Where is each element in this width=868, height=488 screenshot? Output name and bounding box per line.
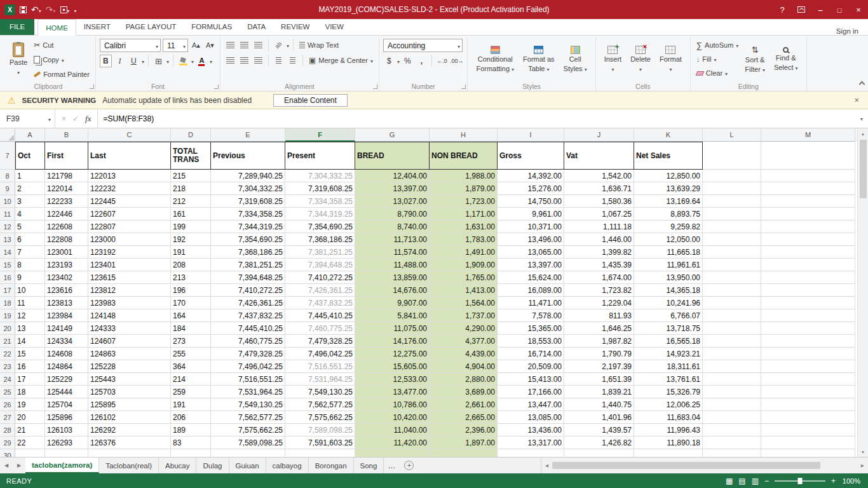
undo-dropdown-icon[interactable] <box>39 6 41 14</box>
cell-G13[interactable]: 11,713.00 <box>355 233 430 246</box>
orientation-button[interactable] <box>273 39 285 51</box>
cell-C17[interactable]: 123812 <box>88 284 171 297</box>
name-box-dropdown-icon[interactable] <box>48 114 55 123</box>
more-sheets-icon[interactable] <box>384 461 399 470</box>
font-color-dropdown-icon[interactable] <box>210 57 212 65</box>
cell-C19[interactable]: 124148 <box>88 309 171 322</box>
zoom-out-button[interactable] <box>764 477 769 485</box>
grow-font-button[interactable] <box>190 39 202 52</box>
cell-B21[interactable]: 124334 <box>45 335 88 348</box>
column-header-G[interactable]: G <box>355 128 430 142</box>
cell-D20[interactable]: 184 <box>171 322 211 335</box>
cell-L28[interactable] <box>703 424 761 437</box>
clipboard-dialog-launcher[interactable] <box>90 85 94 89</box>
column-header-C[interactable]: C <box>88 128 171 142</box>
cell-I28[interactable]: 13,436.00 <box>498 424 564 437</box>
font-color-button[interactable]: A <box>196 55 208 67</box>
cell-F29[interactable]: 7,591,603.25 <box>285 437 355 449</box>
row-header-25[interactable]: 25 <box>0 386 15 398</box>
cell-I26[interactable]: 13,447.00 <box>498 398 564 411</box>
cell-A8[interactable]: 1 <box>15 170 45 182</box>
align-middle-button[interactable] <box>238 39 250 51</box>
underline-button[interactable] <box>128 55 140 67</box>
cell-E30[interactable] <box>211 449 285 457</box>
bold-button[interactable] <box>100 55 112 67</box>
cell-H12[interactable]: 1,631.00 <box>430 220 498 233</box>
cell-F20[interactable]: 7,460,775.25 <box>285 322 355 335</box>
row-header-26[interactable]: 26 <box>0 398 15 411</box>
fill-button[interactable]: Fill <box>695 53 741 65</box>
normal-view-button[interactable] <box>726 477 733 485</box>
cell-F10[interactable]: 7,334,358.25 <box>285 195 355 208</box>
cell-F27[interactable]: 7,575,662.25 <box>285 411 355 424</box>
collapse-ribbon-button[interactable] <box>860 79 864 88</box>
cell-C30[interactable] <box>88 449 171 457</box>
cell-G15[interactable]: 11,488.00 <box>355 259 430 271</box>
row-header-8[interactable]: 8 <box>0 170 15 182</box>
previous-sheet-icon[interactable] <box>0 458 13 473</box>
font-name-select[interactable]: Calibri <box>100 39 161 52</box>
cell-M22[interactable] <box>761 348 855 360</box>
cell-A13[interactable]: 6 <box>15 233 45 246</box>
cell-E15[interactable]: 7,381,251.25 <box>211 259 285 271</box>
cell-A15[interactable]: 8 <box>15 259 45 271</box>
cell-A19[interactable]: 12 <box>15 309 45 322</box>
row-header-15[interactable]: 15 <box>0 259 15 271</box>
cell-C25[interactable]: 125703 <box>88 386 171 398</box>
cell-L25[interactable] <box>703 386 761 398</box>
cell-J23[interactable]: 2,197.39 <box>564 360 634 373</box>
column-header-H[interactable]: H <box>430 128 498 142</box>
row-header-29[interactable]: 29 <box>0 437 15 449</box>
format-as-table-button[interactable]: Format as Table <box>519 39 559 81</box>
cell-M14[interactable] <box>761 246 855 259</box>
cell-I24[interactable]: 15,413.00 <box>498 373 564 386</box>
cell-C22[interactable]: 124863 <box>88 348 171 360</box>
cell-K9[interactable]: 13,639.29 <box>634 182 703 195</box>
cell-F17[interactable]: 7,426,361.25 <box>285 284 355 297</box>
cell-J24[interactable]: 1,651.39 <box>564 373 634 386</box>
row-header-9[interactable]: 9 <box>0 182 15 195</box>
cell-J9[interactable]: 1,636.71 <box>564 182 634 195</box>
cell-M8[interactable] <box>761 170 855 182</box>
row-header-13[interactable]: 13 <box>0 233 15 246</box>
decrease-indent-button[interactable] <box>273 54 285 67</box>
cell-F9[interactable]: 7,319,608.25 <box>285 182 355 195</box>
row-header-23[interactable]: 23 <box>0 360 15 373</box>
cell-A27[interactable]: 20 <box>15 411 45 424</box>
customize-qat-button[interactable] <box>74 6 77 14</box>
format-cells-button[interactable]: Format <box>655 39 686 81</box>
cell-B14[interactable]: 123001 <box>45 246 88 259</box>
cell-G17[interactable]: 14,676.00 <box>355 284 430 297</box>
alignment-dialog-launcher[interactable] <box>373 85 377 89</box>
cell-G18[interactable]: 9,907.00 <box>355 297 430 309</box>
cell-K13[interactable]: 12,050.00 <box>634 233 703 246</box>
cell-B10[interactable]: 122233 <box>45 195 88 208</box>
cell-L16[interactable] <box>703 271 761 284</box>
copy-button[interactable]: Copy <box>32 53 92 65</box>
cell-B28[interactable]: 126103 <box>45 424 88 437</box>
cell-M24[interactable] <box>761 373 855 386</box>
excel-app-icon[interactable]: X <box>4 4 15 15</box>
cell-F16[interactable]: 7,410,272.25 <box>285 271 355 284</box>
enable-content-button[interactable]: Enable Content <box>273 94 348 107</box>
cut-button[interactable]: Cut <box>32 39 92 51</box>
row-header-21[interactable]: 21 <box>0 335 15 348</box>
cell-G26[interactable]: 10,786.00 <box>355 398 430 411</box>
cell-G25[interactable]: 13,477.00 <box>355 386 430 398</box>
cell-E28[interactable]: 7,575,662.25 <box>211 424 285 437</box>
cell-F18[interactable]: 7,437,832.25 <box>285 297 355 309</box>
cell-I16[interactable]: 15,624.00 <box>498 271 564 284</box>
cell-F24[interactable]: 7,531,964.25 <box>285 373 355 386</box>
cell-M26[interactable] <box>761 398 855 411</box>
cell-D11[interactable]: 161 <box>171 208 211 220</box>
cell-E29[interactable]: 7,589,098.25 <box>211 437 285 449</box>
cell-J22[interactable]: 1,790.79 <box>564 348 634 360</box>
zoom-in-button[interactable] <box>831 477 836 485</box>
cell-B16[interactable]: 123402 <box>45 271 88 284</box>
cell-H9[interactable]: 1,879.00 <box>430 182 498 195</box>
help-button[interactable] <box>773 0 792 19</box>
cell-D23[interactable]: 364 <box>171 360 211 373</box>
cell-L12[interactable] <box>703 220 761 233</box>
cell-E26[interactable]: 7,549,130.25 <box>211 398 285 411</box>
column-header-A[interactable]: A <box>15 128 45 142</box>
